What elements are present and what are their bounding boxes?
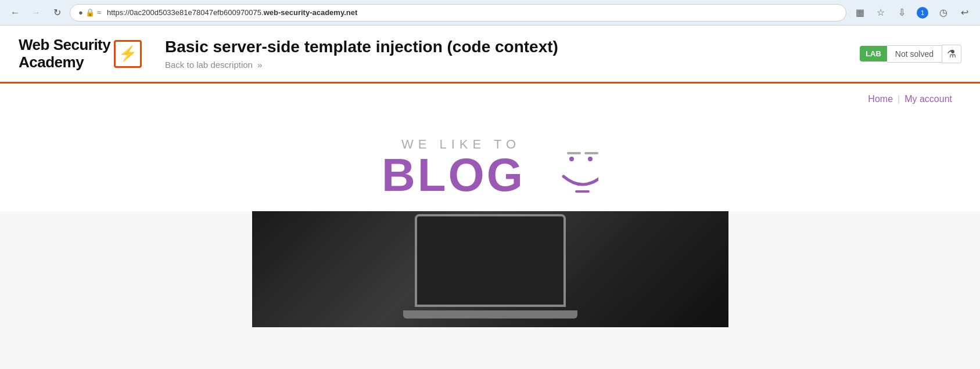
back-button[interactable]: ←	[7, 5, 23, 21]
laptop-graphic	[403, 220, 577, 319]
address-bar-icons: ● 🔒 ≈	[78, 8, 101, 17]
browser-actions: ▦ ☆ ⇩ 1 ◷ ↩	[851, 4, 973, 21]
site-header: Web Security Academy ⚡ Basic server-side…	[0, 26, 980, 84]
lab-badge: LAB	[860, 46, 887, 62]
nav-separator: |	[898, 94, 900, 104]
lab-title: Basic server-side template injection (co…	[165, 38, 860, 56]
history-button[interactable]: ↩	[956, 4, 973, 21]
extensions-button[interactable]: ◷	[935, 4, 952, 21]
blog-image	[252, 211, 728, 327]
url-text: https://0ac200d5033e81e78047efb600970075…	[107, 8, 838, 17]
site-nav: Home | My account	[0, 84, 980, 113]
address-bar[interactable]: ● 🔒 ≈ https://0ac200d5033e81e78047efb600…	[70, 4, 846, 21]
download-button[interactable]: ⇩	[893, 4, 910, 21]
url-prefix: https://0ac200d5033e81e78047efb600970075…	[107, 8, 264, 17]
lock-icon: 🔒	[85, 8, 95, 17]
blog-header: WE LIKE TO BLOG	[0, 113, 980, 211]
logo-line1: Web Security	[19, 36, 110, 53]
laptop-screen	[415, 214, 566, 307]
notification-button[interactable]: 1	[914, 4, 931, 21]
proxy-icon: ≈	[97, 8, 101, 17]
qr-button[interactable]: ▦	[851, 4, 868, 21]
lab-status-area: LAB Not solved ⚗	[860, 45, 961, 63]
lab-status-text: Not solved	[887, 45, 942, 63]
blog-word: BLOG	[382, 152, 525, 198]
shield-icon: ●	[78, 8, 83, 17]
bookmark-button[interactable]: ☆	[872, 4, 889, 21]
flask-button[interactable]: ⚗	[942, 45, 961, 63]
blog-face-icon	[534, 136, 598, 200]
blog-logo-svg	[534, 136, 598, 200]
notification-count: 1	[917, 7, 928, 19]
logo-line2: Academy	[19, 53, 84, 71]
logo-icon: ⚡	[114, 40, 142, 68]
svg-point-2	[569, 157, 574, 161]
logo-text: Web Security Academy	[19, 37, 110, 71]
my-account-nav-link[interactable]: My account	[904, 94, 952, 104]
svg-point-3	[588, 157, 593, 161]
back-to-lab-link[interactable]: Back to lab description »	[165, 60, 262, 70]
reload-button[interactable]: ↻	[49, 5, 65, 21]
forward-button[interactable]: →	[28, 5, 44, 21]
logo-area: Web Security Academy ⚡	[19, 37, 146, 71]
url-domain: web-security-academy.net	[264, 8, 358, 17]
laptop-base	[403, 310, 577, 319]
back-link-text: Back to lab description	[165, 60, 253, 70]
blog-image-container	[0, 211, 980, 327]
browser-chrome: ← → ↻ ● 🔒 ≈ https://0ac200d5033e81e78047…	[0, 0, 980, 26]
header-content: Basic server-side template injection (co…	[146, 38, 860, 70]
site-body: Home | My account WE LIKE TO BLOG	[0, 84, 980, 369]
blog-text-area: WE LIKE TO BLOG	[382, 137, 525, 198]
home-nav-link[interactable]: Home	[868, 94, 893, 104]
chevron-right-icon: »	[257, 60, 262, 70]
